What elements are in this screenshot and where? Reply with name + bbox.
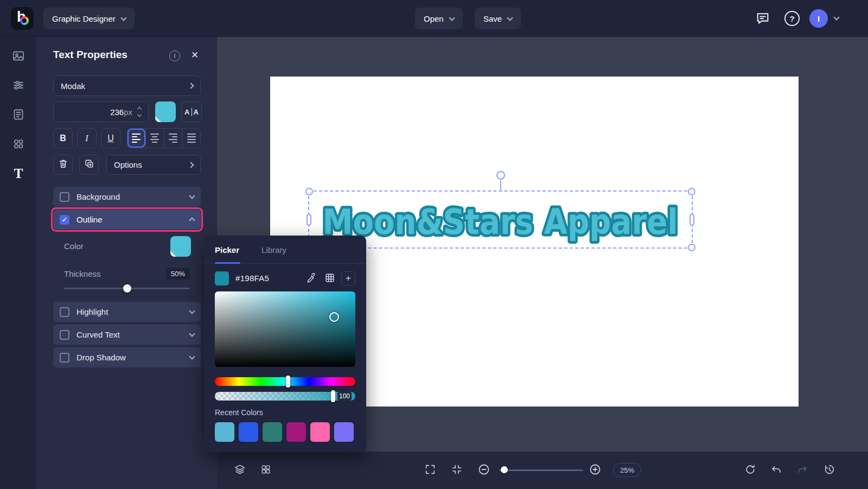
tab-library-label: Library xyxy=(261,245,286,255)
zoom-in-button[interactable] xyxy=(586,461,604,479)
add-color-button[interactable]: + xyxy=(341,271,355,285)
recent-color-swatch[interactable] xyxy=(263,422,282,442)
current-color-swatch xyxy=(215,271,229,285)
zoom-slider[interactable] xyxy=(499,469,583,471)
save-button[interactable]: Save xyxy=(475,8,521,29)
tab-picker-label: Picker xyxy=(215,245,239,255)
feedback-button[interactable] xyxy=(755,11,770,28)
tab-picker[interactable]: Picker xyxy=(215,245,239,255)
font-name: Modak xyxy=(61,81,85,91)
sidebar-item-elements[interactable] xyxy=(0,130,37,159)
fit-screen-button[interactable] xyxy=(421,461,439,479)
hex-input[interactable]: #198FA5 xyxy=(235,274,269,283)
zoom-slider-handle[interactable] xyxy=(501,466,508,473)
redo-icon xyxy=(796,463,808,477)
highlight-checkbox[interactable] xyxy=(60,307,69,317)
account-chevron-icon[interactable] xyxy=(833,14,839,20)
zoom-out-icon xyxy=(477,463,490,478)
font-color-swatch[interactable] xyxy=(155,101,176,122)
saturation-brightness-area[interactable] xyxy=(215,291,355,367)
recent-color-swatch[interactable] xyxy=(239,422,258,442)
alpha-slider-handle[interactable] xyxy=(331,390,335,402)
topbar: b Graphic Designer Open Save ? I xyxy=(0,0,868,37)
info-icon[interactable]: i xyxy=(169,50,180,61)
section-background[interactable]: Background xyxy=(53,187,201,207)
tab-library[interactable]: Library xyxy=(261,245,286,255)
close-panel-button[interactable]: ✕ xyxy=(191,49,199,61)
section-highlight[interactable]: Highlight xyxy=(53,302,201,322)
recent-color-swatch[interactable] xyxy=(334,422,354,442)
help-button[interactable]: ? xyxy=(784,11,800,26)
actual-size-button[interactable] xyxy=(448,461,466,479)
font-size-stepper[interactable] xyxy=(138,107,141,116)
app-logo[interactable]: b xyxy=(11,7,34,30)
outline-color-swatch[interactable] xyxy=(170,236,191,257)
thickness-slider[interactable] xyxy=(64,288,190,289)
resize-handle-top-right[interactable] xyxy=(688,188,695,195)
drop-shadow-checkbox[interactable] xyxy=(60,353,69,363)
background-checkbox[interactable] xyxy=(60,192,69,202)
reset-button[interactable] xyxy=(741,461,760,479)
bold-button[interactable]: B xyxy=(53,128,73,148)
options-button[interactable]: Options xyxy=(106,155,201,175)
check-icon: ✓ xyxy=(62,216,67,224)
open-button[interactable]: Open xyxy=(415,8,463,29)
italic-button[interactable]: I xyxy=(77,128,97,148)
align-right-button[interactable] xyxy=(164,129,182,148)
align-justify-button[interactable] xyxy=(182,129,200,148)
section-outline[interactable]: ✓ Outline xyxy=(53,209,201,230)
align-left-button[interactable] xyxy=(127,129,145,148)
resize-handle-bottom-right[interactable] xyxy=(688,244,695,251)
curved-text-checkbox[interactable] xyxy=(60,330,69,340)
sync-icon xyxy=(744,463,756,477)
font-size-input[interactable]: 236px xyxy=(53,101,149,122)
app-mode-menu[interactable]: Graphic Designer xyxy=(43,8,135,29)
stepper-up-icon[interactable] xyxy=(137,107,142,111)
underline-button[interactable]: U xyxy=(101,128,120,148)
info-glyph: i xyxy=(174,52,175,60)
eyedropper-button[interactable] xyxy=(304,271,318,285)
avatar[interactable]: I xyxy=(809,9,828,28)
recent-color-swatch[interactable] xyxy=(215,422,234,442)
zoom-out-button[interactable] xyxy=(475,461,493,479)
outline-checkbox[interactable]: ✓ xyxy=(60,215,69,225)
layers-button[interactable] xyxy=(231,461,249,479)
history-button[interactable] xyxy=(820,461,839,479)
recent-colors-label: Recent Colors xyxy=(215,408,263,417)
thickness-slider-handle[interactable] xyxy=(123,284,131,293)
sidebar-item-images[interactable] xyxy=(0,42,37,71)
zoom-level[interactable]: 25% xyxy=(613,463,641,477)
redo-button[interactable] xyxy=(793,461,812,479)
sidebar-item-text[interactable]: T xyxy=(0,159,37,188)
section-curved-text[interactable]: Curved Text xyxy=(53,325,201,345)
sidebar-item-templates[interactable] xyxy=(0,100,37,130)
section-drop-shadow[interactable]: Drop Shadow xyxy=(53,347,201,367)
align-left-icon xyxy=(132,134,141,143)
grid-view-button[interactable] xyxy=(257,461,275,479)
italic-label: I xyxy=(85,134,88,143)
rotate-handle[interactable] xyxy=(496,171,505,180)
duplicate-text-button[interactable] xyxy=(79,155,99,175)
history-icon xyxy=(824,463,835,477)
chevron-right-icon xyxy=(188,82,194,88)
color-cursor[interactable] xyxy=(329,312,339,322)
hue-slider[interactable] xyxy=(215,377,355,386)
sidebar-item-adjust[interactable] xyxy=(0,71,37,100)
stepper-down-icon[interactable] xyxy=(137,112,142,117)
align-center-button[interactable] xyxy=(145,129,164,148)
letter-spacing-button[interactable]: AA xyxy=(181,101,202,122)
alpha-slider[interactable] xyxy=(215,392,355,401)
undo-button[interactable] xyxy=(767,461,786,479)
palette-grid-button[interactable] xyxy=(323,271,337,285)
recent-color-swatch[interactable] xyxy=(310,422,330,442)
chevron-down-icon xyxy=(120,15,126,21)
hue-slider-handle[interactable] xyxy=(286,376,290,388)
recent-color-swatch[interactable] xyxy=(286,422,306,442)
resize-handle-top-left[interactable] xyxy=(305,188,313,195)
rotate-handle-stem xyxy=(500,180,501,192)
resize-handle-right[interactable] xyxy=(690,214,694,226)
resize-handle-left[interactable] xyxy=(307,214,311,226)
delete-text-button[interactable] xyxy=(53,155,73,175)
font-family-select[interactable]: Modak xyxy=(53,75,201,96)
curved-text-label: Curved Text xyxy=(76,330,120,339)
